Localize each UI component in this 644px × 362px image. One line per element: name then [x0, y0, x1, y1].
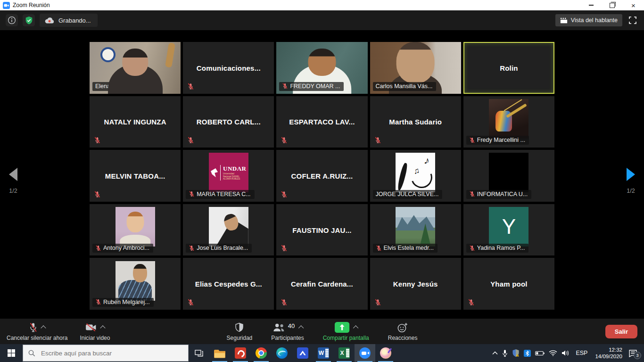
notification-count-badge: 3 [634, 352, 641, 359]
language-indicator[interactable]: ESP [574, 350, 589, 356]
participant-name: Yham pool [490, 280, 527, 288]
acrobat-reader-taskbar-icon[interactable] [230, 344, 251, 362]
video-options-caret[interactable] [100, 325, 105, 330]
avatar-initial: Y [502, 215, 516, 239]
recording-indicator[interactable]: Grabando... [40, 14, 98, 27]
security-button[interactable]: Seguridad [227, 322, 253, 341]
participant-name: Yadina Ramos P... [477, 245, 525, 251]
participant-tile-carlos-mansilla-vás[interactable]: Carlos Mansilla Vás... [370, 42, 461, 94]
close-button[interactable]: × [623, 0, 644, 10]
participants-icon [272, 323, 285, 332]
reactions-button[interactable]: Reacciones [388, 322, 418, 341]
participant-tile-maria-teresa-c[interactable]: UNDARUniversidad Nacional DANIEL ALOMÍA … [183, 150, 274, 202]
edge-taskbar-icon[interactable] [272, 344, 292, 362]
participant-tile-nataly-ingunza[interactable]: NATALY INGUNZA [90, 96, 181, 148]
zoom-taskbar-icon[interactable] [355, 344, 375, 362]
participant-tile-faustino-jau[interactable]: FAUSTINO JAU... [276, 204, 367, 256]
reactions-smiley-icon [397, 322, 408, 333]
meeting-info-icon[interactable] [6, 14, 18, 26]
tray-microphone-icon[interactable] [502, 349, 508, 357]
fullscreen-icon[interactable] [627, 15, 638, 26]
muted-mic-icon [189, 191, 195, 197]
tray-chevron-up-icon[interactable] [492, 351, 498, 355]
participant-tile-jose-luis-bracale[interactable]: Jose Luis Bracale... [183, 204, 274, 256]
muted-mic-icon [187, 83, 194, 90]
speaker-view-label: Vista del hablante [571, 17, 618, 24]
video-off-icon [85, 323, 97, 331]
participant-name: Elias Cespedes G... [195, 280, 262, 288]
participant-tile-cerafin-cardena[interactable]: Cerafin Cardena... [276, 258, 367, 310]
participant-tile-elias-cespedes-g[interactable]: Elias Cespedes G... [183, 258, 274, 310]
search-icon [28, 349, 35, 357]
muted-mic-icon [374, 137, 381, 144]
leave-meeting-button[interactable]: Salir [605, 325, 637, 338]
participant-tile-yadina-ramos-p[interactable]: YYadina Ramos P... [463, 204, 554, 256]
participants-label: Participantes [271, 335, 304, 341]
participants-caret[interactable] [298, 325, 304, 330]
muted-mic-icon [469, 191, 475, 197]
zoom-meeting-window: Zoom Reunión × Grabando... Vista del hab… [0, 0, 644, 362]
participant-tile-elvis-estela-medr[interactable]: Elvis Estela medr... [370, 204, 461, 256]
minimize-button[interactable] [580, 0, 602, 10]
previous-page-button[interactable]: 1/2 [3, 168, 24, 194]
participant-tile-cofler-a-ruiz[interactable]: COFLER A.RUIZ... [276, 150, 367, 202]
muted-mic-icon [281, 137, 288, 144]
word-taskbar-icon[interactable] [313, 344, 334, 362]
participant-nameplate: INFORMATICA U... [466, 190, 531, 199]
recording-label: Grabando... [58, 17, 91, 24]
tray-volume-icon[interactable] [561, 350, 570, 356]
participant-name: FREDDY OMAR ... [290, 83, 340, 90]
chrome-taskbar-icon[interactable] [251, 344, 272, 362]
action-center-button[interactable]: 3 [628, 349, 640, 357]
tray-defender-shield-icon[interactable] [512, 349, 520, 357]
muted-mic-icon [94, 137, 101, 144]
start-video-button[interactable]: Iniciar video [80, 322, 110, 341]
undar-logo-text: UNDAR [223, 165, 246, 173]
share-options-caret[interactable] [353, 325, 358, 330]
file-explorer-taskbar-icon[interactable] [209, 344, 230, 362]
participant-tile-comunicaciones[interactable]: Comunicaciones... [183, 42, 274, 94]
participant-tile-kenny-jesús[interactable]: Kenny Jesús [370, 258, 461, 310]
next-page-button[interactable]: 1/2 [620, 168, 641, 194]
start-button[interactable] [0, 344, 23, 362]
search-input[interactable] [40, 349, 183, 357]
participant-tile-roberto-carl[interactable]: ROBERTO CARL... [183, 96, 274, 148]
participant-tile-martha-sudario[interactable]: Martha Sudario [370, 96, 461, 148]
participant-tile-antony-ambroci[interactable]: Antony Ambroci... [90, 204, 181, 256]
participant-tile-informatica-u[interactable]: INFORMATICA U... [463, 150, 554, 202]
participant-tile-freddy-omar[interactable]: FREDDY OMAR ... [276, 42, 367, 94]
excel-taskbar-icon[interactable] [334, 344, 355, 362]
participant-tile-fredy-marcellini[interactable]: Fredy Marcellini ... [463, 96, 554, 148]
task-view-button[interactable] [189, 344, 209, 362]
unmute-button[interactable]: Cancelar silenciar ahora [7, 322, 67, 341]
tray-bluetooth-icon[interactable] [524, 350, 531, 357]
participant-tile-melvin-taboa[interactable]: MELVIN TABOA... [90, 150, 181, 202]
encryption-shield-icon[interactable] [23, 14, 35, 26]
share-screen-label: Compartir pantalla [323, 335, 369, 341]
share-screen-button[interactable]: Compartir pantalla [323, 322, 369, 341]
participant-tile-ruben-melgarej[interactable]: Ruben Melgarej... [90, 258, 181, 310]
audio-options-caret[interactable] [41, 325, 46, 330]
participant-tile-jorge-julca-silve[interactable]: ♪♫JORGE JULCA SILVE... [370, 150, 461, 202]
participant-name: ROBERTO CARL... [197, 118, 261, 126]
taskbar-clock[interactable]: 12:32 14/09/2020 [593, 346, 624, 360]
paint-taskbar-icon[interactable] [375, 344, 396, 362]
clock-date: 14/09/2020 [595, 353, 622, 360]
start-video-label: Iniciar video [80, 335, 110, 341]
window-titlebar: Zoom Reunión × [0, 0, 644, 10]
speaker-view-button[interactable]: Vista del hablante [555, 14, 622, 26]
muted-mic-icon [281, 245, 288, 252]
participant-tile-espartaco-lav[interactable]: ESPARTACO LAV... [276, 96, 367, 148]
participant-avatar [489, 153, 528, 192]
participant-tile-yham-pool[interactable]: Yham pool [463, 258, 554, 310]
participant-tile-elena-benavides-riv[interactable]: Elena Benavides Riv... [90, 42, 181, 94]
scanner-app-taskbar-icon[interactable] [292, 344, 313, 362]
participant-tile-rolin[interactable]: Rolin [463, 42, 554, 94]
participants-button[interactable]: 40 Participantes [271, 322, 304, 341]
participant-nameplate: FREDDY OMAR ... [279, 82, 344, 91]
restore-button[interactable] [602, 0, 623, 10]
tray-wifi-icon[interactable] [549, 350, 557, 356]
participant-nameplate: Elvis Estela medr... [373, 244, 438, 253]
taskbar-search[interactable] [23, 345, 189, 362]
tray-battery-icon[interactable] [535, 351, 545, 356]
